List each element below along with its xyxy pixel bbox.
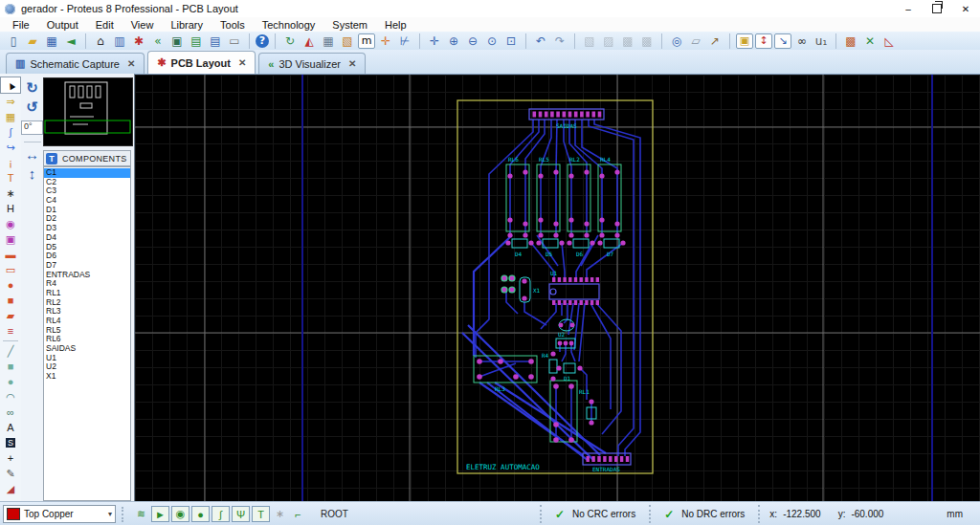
new-file-button[interactable]: ▯ (5, 33, 22, 49)
circle-pad-mode-button[interactable]: ● (1, 277, 20, 293)
arc-trace-mode-button[interactable]: ↪ (1, 140, 20, 155)
menu-output[interactable]: Output (38, 19, 87, 31)
component-item-d2[interactable]: D2 (44, 214, 130, 224)
menu-library[interactable]: Library (162, 19, 212, 31)
component-item-d4[interactable]: D4 (44, 233, 130, 243)
schematic-capture-button[interactable]: ▥ (111, 33, 128, 49)
poly-pad-mode-button[interactable]: ▰ (1, 308, 20, 323)
route-tool-button[interactable]: ∫ (212, 506, 230, 522)
zoom-all-button[interactable]: ⊙ (483, 33, 501, 49)
crc-status-chip[interactable]: ✓ No CRC errors (540, 505, 649, 523)
rotate-anticlockwise-button[interactable]: ↺ (26, 98, 38, 118)
layer-stack-button[interactable]: ≋ (133, 507, 149, 521)
star-tool-button[interactable]: ∗ (272, 507, 288, 521)
text-2d-mode-button[interactable]: A (1, 420, 20, 435)
home-button[interactable]: ⌂ (92, 33, 109, 49)
menu-edit[interactable]: Edit (87, 19, 122, 31)
help-button[interactable]: ? (256, 34, 269, 48)
ruler-mode-button[interactable]: ◢ (1, 481, 20, 496)
import-design-button[interactable]: ◄ (62, 33, 79, 49)
menu-file[interactable]: File (4, 19, 38, 31)
net-tool-button[interactable]: ⌐ (290, 507, 306, 521)
measurement-button[interactable]: ◺ (880, 33, 898, 49)
component-item-saidas[interactable]: SAIDAS (44, 344, 130, 354)
pcb-layout-button[interactable]: ✱ (130, 33, 147, 49)
pad-tool-button[interactable]: ◉ (171, 506, 189, 522)
false-origin-button[interactable]: ✛ (377, 33, 394, 49)
tab-3d-visualizer[interactable]: «3D Visualizer✕ (258, 53, 366, 74)
component-item-c3[interactable]: C3 (44, 186, 130, 196)
package-mode-button[interactable]: ▦ (1, 109, 20, 124)
tidy-tool-button[interactable]: Ψ (232, 506, 250, 522)
redo-button[interactable]: ↷ (551, 33, 568, 49)
redraw-button[interactable]: ↻ (281, 33, 299, 49)
trace-style-lock-button[interactable]: ▣ (736, 33, 753, 49)
block-copy-button[interactable]: ▧ (581, 33, 598, 49)
component-item-d5[interactable]: D5 (44, 243, 130, 252)
block-move-button[interactable]: ▨ (600, 33, 617, 49)
arc-2d-mode-button[interactable]: ◠ (1, 389, 20, 405)
component-item-c4[interactable]: C4 (44, 196, 130, 206)
connectivity-mode-button[interactable]: H (1, 201, 20, 216)
menu-technology[interactable]: Technology (254, 19, 324, 31)
marker-mode-button[interactable]: + (1, 450, 20, 466)
menu-system[interactable]: System (323, 19, 376, 31)
component-item-d3[interactable]: D3 (44, 224, 130, 233)
minimize-button[interactable]: – (894, 0, 923, 17)
tab-close-icon[interactable]: ✕ (348, 58, 356, 69)
auto-track-necking-button[interactable]: ↕ (755, 33, 772, 49)
round-pad-mode-button[interactable]: ◉ (1, 216, 20, 231)
component-item-d6[interactable]: D6 (44, 252, 130, 261)
line-2d-mode-button[interactable]: ╱ (1, 343, 20, 359)
edge-pad-mode-button[interactable]: ▭ (1, 262, 20, 277)
pad-star-mode-button[interactable]: ∗ (1, 186, 20, 201)
overview-minimap[interactable] (43, 77, 133, 146)
component-item-c2[interactable]: C2 (44, 178, 130, 187)
pan-button[interactable]: ✛ (426, 33, 443, 49)
block-delete-button[interactable]: ▩ (638, 33, 656, 49)
tab-pcb-layout[interactable]: ✱PCB Layout✕ (147, 51, 256, 74)
symbol-2d-mode-button[interactable]: S (1, 435, 20, 450)
metric-toggle-button[interactable]: m (358, 33, 375, 49)
menu-view[interactable]: View (122, 19, 163, 31)
flip-horizontal-button[interactable]: ↔ (25, 146, 39, 165)
gerber-viewer-button[interactable]: ▣ (168, 33, 186, 49)
dil-pad-mode-button[interactable]: ▬ (1, 247, 20, 262)
circle-2d-mode-button[interactable]: ● (1, 374, 20, 389)
menu-tools[interactable]: Tools (212, 19, 254, 31)
minimap-viewport[interactable] (45, 120, 130, 133)
via-tool-button[interactable]: ● (191, 506, 210, 522)
grid-toggle-button[interactable]: ▦ (320, 33, 337, 49)
tab-close-icon[interactable]: ✕ (127, 58, 135, 69)
design-rule-manager-button[interactable]: ▩ (842, 33, 859, 49)
zoom-area-button[interactable]: ⊡ (502, 33, 520, 49)
rotation-angle-field[interactable]: 0° (21, 120, 43, 135)
component-item-x1[interactable]: X1 (44, 372, 130, 382)
electrical-report-button[interactable]: ▭ (226, 33, 243, 49)
component-item-d1[interactable]: D1 (44, 206, 130, 215)
dimension-mode-button[interactable]: ✎ (1, 466, 20, 481)
component-item-u1[interactable]: U1 (44, 354, 130, 363)
component-item-entradas[interactable]: ENTRADAS (44, 271, 130, 280)
component-item-u2[interactable]: U2 (44, 362, 130, 372)
text-mode-button[interactable]: T (1, 170, 20, 186)
bill-of-materials-button[interactable]: ▤ (207, 33, 224, 49)
via-mode-button[interactable]: ¡ (1, 155, 20, 170)
undo-button[interactable]: ↶ (532, 33, 549, 49)
rect-pad-mode-button[interactable]: ■ (1, 293, 20, 308)
goto-component-button[interactable]: ◎ (668, 33, 685, 49)
zoom-out-button[interactable]: ⊖ (464, 33, 481, 49)
pcb-canvas[interactable]: SAIDAS RL6 RL5 RL2 RL4 D4 D5 D6 D7 U1 X1… (134, 74, 980, 501)
flip-mirror-button[interactable]: ◭ (301, 33, 318, 49)
open-folder-button[interactable]: ▰ (24, 33, 41, 49)
trace-angle-snap-button[interactable]: ↘ (774, 33, 791, 49)
selection-mode-button[interactable]: ▲ (0, 77, 21, 94)
box-2d-mode-button[interactable]: ■ (1, 359, 20, 374)
padstack-mode-button[interactable]: ≡ (1, 323, 20, 339)
re-annotate-button[interactable]: u₁ (813, 33, 830, 49)
drc-status-chip[interactable]: ✓ No DRC errors (649, 505, 758, 523)
menu-help[interactable]: Help (376, 19, 415, 31)
text-tool-button[interactable]: T (252, 506, 270, 522)
save-button[interactable]: ▦ (43, 33, 60, 49)
close-button[interactable]: ✕ (951, 0, 980, 17)
